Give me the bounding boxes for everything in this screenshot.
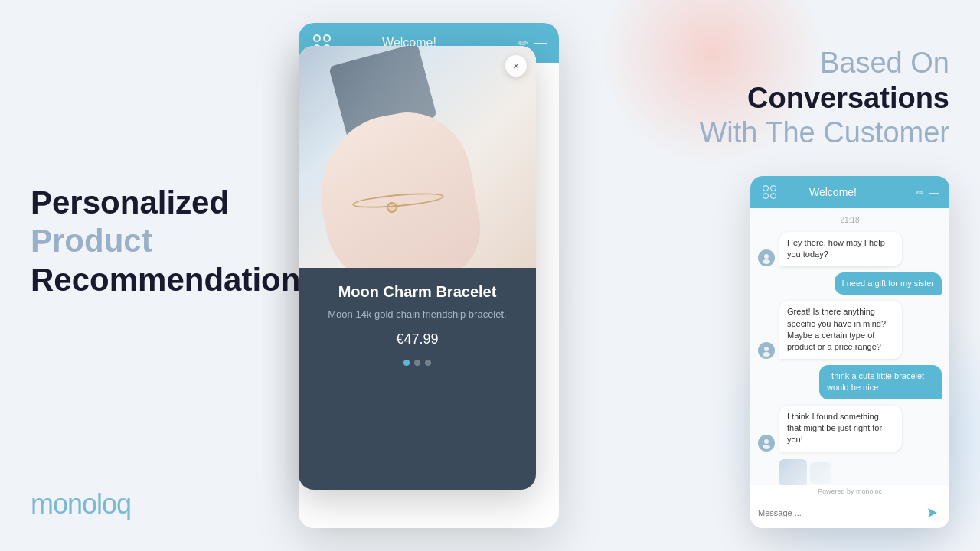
left-text-line1: Personalized <box>31 184 229 220</box>
message-row: I think a cute little bracelet would be … <box>758 365 942 399</box>
agent-avatar <box>758 249 775 266</box>
agent-bubble: Hey there, how may I help you today? <box>779 232 902 266</box>
message-row: Great! Is there anything specific you ha… <box>758 301 942 359</box>
carousel-dot-active[interactable] <box>403 360 410 366</box>
widget-pencil-icon[interactable]: ✏ <box>916 187 924 198</box>
product-thumbnail-secondary[interactable] <box>810 462 831 484</box>
left-text-section: Personalized Product Recommendations <box>31 184 322 299</box>
product-preview-row <box>758 459 942 485</box>
message-text: I need a gift for my sister <box>842 279 934 288</box>
message-row: I think I found something that might be … <box>758 406 942 452</box>
logo-text: monoloq <box>31 488 131 520</box>
message-text: I think a cute little bracelet would be … <box>827 371 924 392</box>
agent-bubble: I think I found something that might be … <box>779 406 902 452</box>
right-text-line1: Based On <box>820 47 949 79</box>
user-bubble: I think a cute little bracelet would be … <box>819 365 942 399</box>
left-text-line2: Product <box>31 223 152 259</box>
widget-header-icons: ✏ — <box>916 187 939 198</box>
chat-messages-container: 21:18 Hey there, how may I help you toda… <box>750 208 949 485</box>
powered-by-label: Powered by monoloc <box>818 487 882 495</box>
monoloq-logo: monoloq <box>31 488 131 520</box>
svg-point-5 <box>763 445 770 449</box>
minimize-icon[interactable]: — <box>534 36 547 50</box>
agent-bubble: Great! Is there anything specific you ha… <box>779 301 902 359</box>
chat-widget-header: Welcome! ✏ — <box>750 176 949 208</box>
svg-point-1 <box>763 259 770 264</box>
carousel-dot[interactable] <box>414 360 420 366</box>
message-text: Great! Is there anything specific you ha… <box>787 307 886 351</box>
product-carousel-dots <box>403 360 431 366</box>
message-row: I need a gift for my sister <box>758 272 942 295</box>
message-text: Hey there, how may I help you today? <box>787 238 885 259</box>
product-card: × Moon Charm Bracelet Moon 14k gold chai… <box>299 46 536 490</box>
powered-by-text: Powered by monoloc <box>750 485 949 497</box>
product-description: Moon 14k gold chain friendship bracelet. <box>328 307 506 322</box>
right-text-line3: With The Customer <box>699 116 949 148</box>
agent-avatar <box>758 435 775 452</box>
svg-point-3 <box>763 352 770 357</box>
message-text: I think I found something that might be … <box>787 412 882 445</box>
agent-avatar <box>758 342 775 359</box>
right-text-line2: Conversations <box>747 82 949 114</box>
product-price: €47.99 <box>396 331 438 347</box>
chat-timestamp: 21:18 <box>758 216 942 224</box>
bracelet-charm <box>387 202 397 213</box>
widget-header-title: Welcome! <box>756 186 910 198</box>
product-name: Moon Charm Bracelet <box>338 283 497 301</box>
svg-point-0 <box>764 254 769 259</box>
close-icon: × <box>513 60 519 72</box>
right-text-section: Based On Conversations With The Customer <box>658 46 949 151</box>
send-button[interactable] <box>923 504 942 522</box>
widget-minimize-icon[interactable]: — <box>929 187 939 198</box>
close-button[interactable]: × <box>505 55 527 77</box>
svg-point-4 <box>764 439 769 444</box>
product-thumbnail[interactable] <box>779 459 807 485</box>
left-text-line3: Recommendations <box>31 262 318 298</box>
message-row: Hey there, how may I help you today? <box>758 232 942 266</box>
carousel-dot[interactable] <box>425 360 431 366</box>
chat-input-bar[interactable] <box>750 497 949 528</box>
message-input[interactable] <box>758 508 919 517</box>
product-info-section: Moon Charm Bracelet Moon 14k gold chain … <box>299 268 536 490</box>
user-bubble: I need a gift for my sister <box>835 272 942 295</box>
chat-widget: Welcome! ✏ — 21:18 Hey there, how may I … <box>750 176 949 528</box>
svg-point-2 <box>764 347 769 351</box>
product-image <box>299 46 536 268</box>
